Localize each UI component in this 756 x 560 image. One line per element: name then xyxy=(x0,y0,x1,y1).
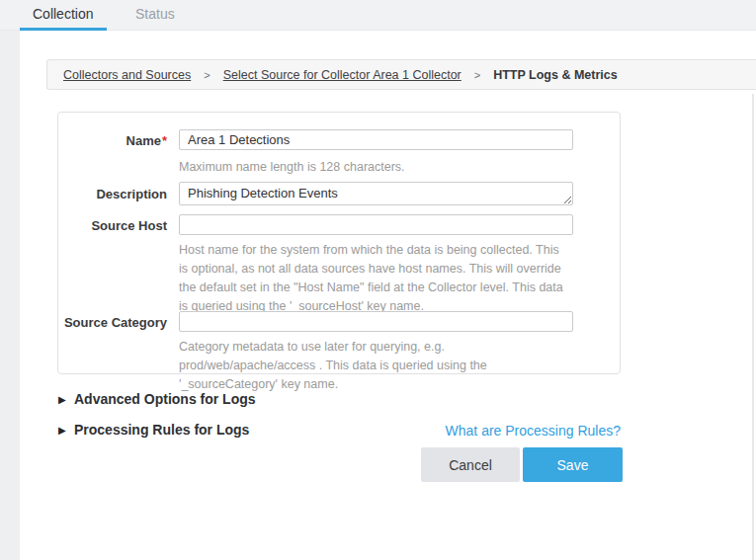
source-category-helper-text: Category metadata to use later for query… xyxy=(179,338,576,394)
save-button[interactable]: Save xyxy=(523,447,623,482)
description-label: Description xyxy=(58,187,167,201)
breadcrumb-separator: > xyxy=(474,69,480,81)
breadcrumb-current-page: HTTP Logs & Metrics xyxy=(493,68,617,82)
processing-rules-label: Processing Rules for Logs xyxy=(74,422,249,438)
expand-triangle-icon: ▶ xyxy=(58,394,74,405)
name-input[interactable] xyxy=(179,129,573,150)
scrollbar-track[interactable] xyxy=(752,94,754,560)
left-gutter xyxy=(0,0,20,560)
description-textarea[interactable]: Phishing Detection Events xyxy=(179,182,573,205)
active-tab-indicator xyxy=(20,28,107,31)
source-category-label: Source Category xyxy=(58,315,167,330)
processing-rules-expander[interactable]: ▶ Processing Rules for Logs xyxy=(58,422,249,438)
source-host-label: Source Host xyxy=(58,218,167,233)
breadcrumb-select-source[interactable]: Select Source for Collector Area 1 Colle… xyxy=(223,68,462,82)
source-host-input[interactable] xyxy=(179,214,573,235)
tab-bar: Collection Status xyxy=(0,0,756,31)
what-are-processing-rules-link[interactable]: What are Processing Rules? xyxy=(446,423,621,439)
breadcrumb-collectors-and-sources[interactable]: Collectors and Sources xyxy=(63,68,191,82)
name-label: Name* xyxy=(58,133,167,148)
advanced-options-label: Advanced Options for Logs xyxy=(74,391,256,407)
name-helper-text: Maximum name length is 128 characters. xyxy=(179,158,405,177)
source-config-form-card: Name* Maximum name length is 128 charact… xyxy=(57,112,621,374)
source-category-input[interactable] xyxy=(179,311,573,332)
breadcrumb: Collectors and Sources > Select Source f… xyxy=(46,59,756,90)
source-host-helper-text: Host name for the system from which the … xyxy=(179,241,571,316)
advanced-options-expander[interactable]: ▶ Advanced Options for Logs xyxy=(58,391,256,407)
required-asterisk: * xyxy=(162,133,167,148)
cancel-button[interactable]: Cancel xyxy=(421,447,520,482)
tab-collection[interactable]: Collection xyxy=(33,6,93,22)
tab-status[interactable]: Status xyxy=(135,6,175,22)
expand-triangle-icon: ▶ xyxy=(58,425,74,436)
breadcrumb-separator: > xyxy=(204,69,210,81)
